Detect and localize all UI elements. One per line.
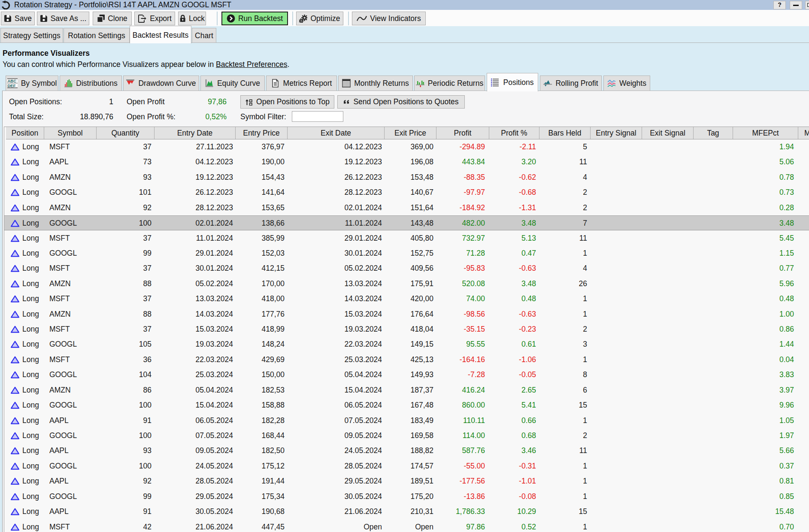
- svg-text:DEF: DEF: [7, 83, 15, 88]
- svg-text:ABC: ABC: [7, 79, 16, 83]
